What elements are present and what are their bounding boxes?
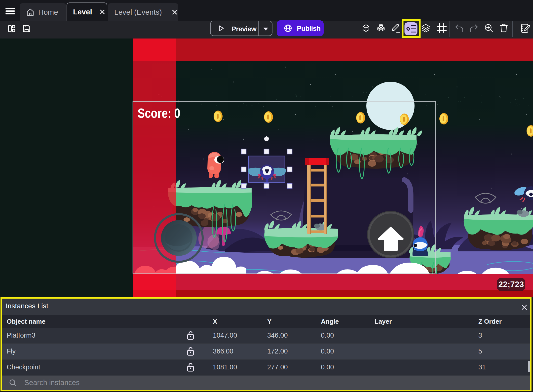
svg-text:22;723: 22;723 <box>498 280 524 289</box>
svg-text:Score: 0: Score: 0 <box>138 106 180 120</box>
